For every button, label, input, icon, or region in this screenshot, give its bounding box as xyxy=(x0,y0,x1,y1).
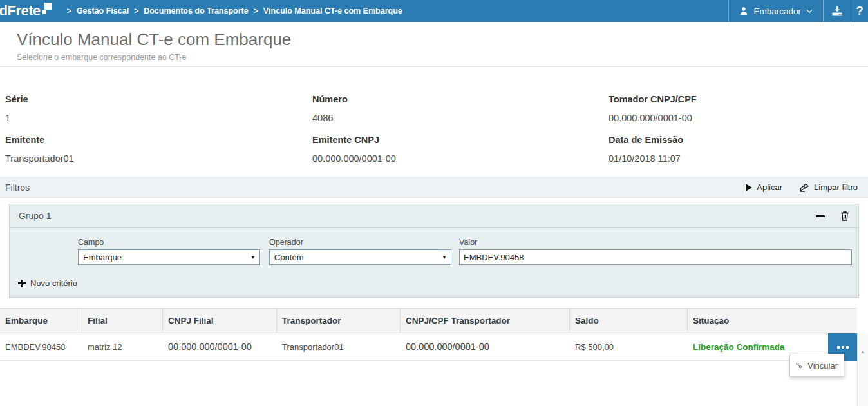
cell-transportador: Transportador01 xyxy=(277,333,401,360)
brand-name: ldFrete xyxy=(0,1,41,21)
column-header-filial: Filial xyxy=(82,309,163,333)
ellipsis-icon xyxy=(846,346,849,349)
field-value: 01/10/2018 11:07 xyxy=(609,153,868,164)
field-emitente: Emitente Transportador01 xyxy=(5,135,312,175)
field-label: Data de Emissão xyxy=(609,135,868,145)
filters-toolbar: Filtros Aplicar Limpar filtro xyxy=(0,177,868,198)
download-icon xyxy=(831,6,844,17)
cell-cnpj-filial: 00.000.000/0001-00 xyxy=(163,333,277,360)
top-navigation-bar: ldFrete > Gestão Fiscal > Documentos do … xyxy=(0,0,868,22)
link-icon xyxy=(796,360,802,371)
operador-select[interactable]: Contém ▼ xyxy=(269,249,451,265)
topbar-actions: Embarcador ? xyxy=(728,0,868,22)
valor-input[interactable] xyxy=(459,249,852,265)
operador-selected-value: Contém xyxy=(274,253,304,262)
apply-filter-button[interactable]: Aplicar xyxy=(746,182,782,192)
cell-saldo: R$ 500,00 xyxy=(570,333,688,360)
table-vertical-scrollbar[interactable]: ▲ xyxy=(857,333,868,406)
select-caret-icon: ▼ xyxy=(250,255,256,260)
apply-filter-label: Aplicar xyxy=(757,182,782,192)
filters-actions: Aplicar Limpar filtro xyxy=(746,182,858,192)
field-label: Emitente xyxy=(5,135,312,145)
filters-title: Filtros xyxy=(5,182,30,193)
table-row[interactable]: EMBDEV.90458 matriz 12 00.000.000/0001-0… xyxy=(0,333,857,361)
column-header-cnpj-filial: CNPJ Filial xyxy=(163,309,277,333)
field-numero: Número 4086 xyxy=(312,94,609,135)
page-subtitle: Selecione o embarque correspondente ao C… xyxy=(17,53,186,62)
clear-filter-button[interactable]: Limpar filtro xyxy=(799,182,858,192)
valor-label: Valor xyxy=(459,238,477,247)
select-caret-icon: ▼ xyxy=(442,255,447,260)
breadcrumb-separator-icon: > xyxy=(67,6,71,15)
column-header-situacao: Situação xyxy=(688,309,857,333)
user-icon xyxy=(739,6,748,15)
field-value: 00.000.000/0001-00 xyxy=(312,153,609,164)
chevron-down-icon xyxy=(806,9,813,14)
new-criteria-button[interactable]: Novo critério xyxy=(18,278,77,288)
download-button[interactable] xyxy=(824,0,851,22)
field-label: Série xyxy=(5,94,312,104)
scroll-up-icon[interactable]: ▲ xyxy=(860,349,865,406)
delete-group-button[interactable] xyxy=(840,211,849,221)
campo-selected-value: Embarque xyxy=(83,253,122,262)
vincular-menu-item[interactable]: Vincular xyxy=(807,361,838,371)
filter-group-panel: Grupo 1 Campo Embarque ▼ Operador Contém… xyxy=(9,204,859,298)
eraser-icon xyxy=(799,183,809,192)
trash-icon xyxy=(840,211,849,221)
plus-icon xyxy=(18,280,26,287)
collapse-group-button[interactable] xyxy=(816,215,825,217)
breadcrumb-separator-icon: > xyxy=(134,6,138,15)
breadcrumb-item-documentos-transporte[interactable]: Documentos do Transporte xyxy=(144,6,249,15)
field-serie: Série 1 xyxy=(5,94,312,135)
page-title: Vínculo Manual CT-e com Embarque xyxy=(17,30,291,50)
column-header-embarque: Embarque xyxy=(0,309,82,333)
brand-squares-icon xyxy=(42,3,52,15)
field-tomador-cnpj: Tomador CNPJ/CPF 00.000.000/0001-00 xyxy=(609,94,868,135)
help-button[interactable]: ? xyxy=(851,0,868,22)
breadcrumb-item-vinculo-manual[interactable]: Vínculo Manual CT-e com Embarque xyxy=(263,6,402,15)
header-divider xyxy=(0,66,868,67)
user-profile-label: Embarcador xyxy=(753,6,801,16)
breadcrumb-separator-icon: > xyxy=(254,6,258,15)
field-emitente-cnpj: Emitente CNPJ 00.000.000/0001-00 xyxy=(312,135,609,175)
filter-group-title: Grupo 1 xyxy=(19,211,816,221)
user-profile-menu[interactable]: Embarcador xyxy=(728,0,824,22)
ellipsis-icon xyxy=(837,346,840,349)
breadcrumb-item-gestao-fiscal[interactable]: Gestão Fiscal xyxy=(77,6,129,15)
cell-filial: matriz 12 xyxy=(82,333,163,360)
field-value: Transportador01 xyxy=(5,153,312,164)
campo-select[interactable]: Embarque ▼ xyxy=(78,249,260,265)
field-label: Número xyxy=(312,94,609,104)
cell-cnpj-transportador: 00.000.000/0001-00 xyxy=(401,333,570,360)
breadcrumb: > Gestão Fiscal > Documentos do Transpor… xyxy=(62,6,402,15)
filter-group-header: Grupo 1 xyxy=(10,204,858,228)
ellipsis-icon xyxy=(842,346,844,349)
brand-logo[interactable]: ldFrete xyxy=(0,1,52,21)
cell-embarque: EMBDEV.90458 xyxy=(0,333,82,360)
campo-label: Campo xyxy=(78,238,104,247)
cte-details-panel: Série 1 Número 4086 Tomador CNPJ/CPF 00.… xyxy=(5,94,868,175)
field-value: 4086 xyxy=(312,113,609,123)
column-header-cnpj-transportador: CNPJ/CPF Transportador xyxy=(401,309,570,333)
help-icon: ? xyxy=(856,4,863,18)
new-criteria-label: Novo critério xyxy=(30,278,77,288)
play-icon xyxy=(746,184,752,191)
field-label: Emitente CNPJ xyxy=(312,135,609,145)
row-actions-popup: Vincular xyxy=(789,354,844,377)
app-window: ldFrete > Gestão Fiscal > Documentos do … xyxy=(0,0,868,406)
clear-filter-label: Limpar filtro xyxy=(814,182,858,192)
field-value: 1 xyxy=(5,113,312,123)
results-table-header: Embarque Filial CNPJ Filial Transportado… xyxy=(0,308,857,333)
field-value: 00.000.000/0001-00 xyxy=(609,113,868,123)
field-label: Tomador CNPJ/CPF xyxy=(609,94,868,104)
column-header-saldo: Saldo xyxy=(570,309,688,333)
column-header-transportador: Transportador xyxy=(277,309,401,333)
field-data-emissao: Data de Emissão 01/10/2018 11:07 xyxy=(609,135,868,175)
operador-label: Operador xyxy=(269,238,303,247)
